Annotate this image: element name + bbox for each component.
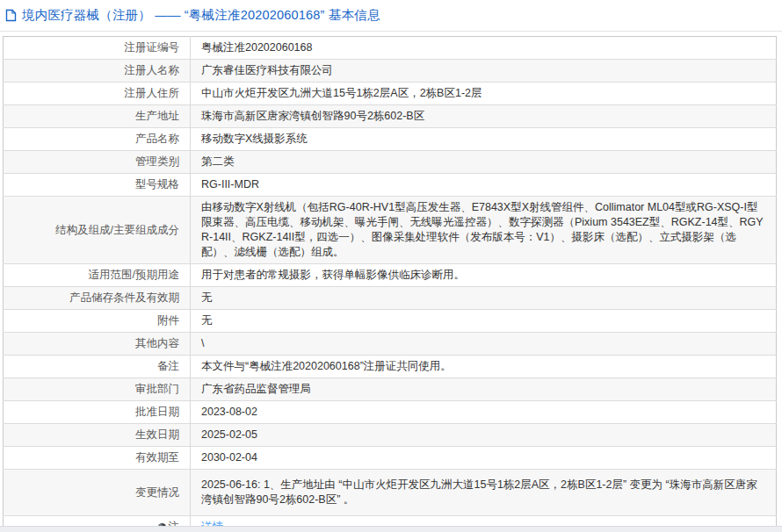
table-row: 其他内容\ xyxy=(4,333,777,356)
row-label: 批准日期 xyxy=(4,401,191,424)
row-value: 移动数字X线摄影系统 xyxy=(191,128,777,151)
info-table: 注册证编号粤械注准20202060168注册人名称广东睿佳医疗科技有限公司注册人… xyxy=(3,36,777,532)
row-label: 其他内容 xyxy=(4,333,191,356)
row-value: 无 xyxy=(191,287,777,310)
row-value: 本文件与“粤械注准20202060168”注册证共同使用。 xyxy=(191,356,777,378)
row-value: 广东省药品监督管理局 xyxy=(191,378,777,401)
table-row: 注册人名称广东睿佳医疗科技有限公司 xyxy=(4,60,777,83)
table-row: 产品储存条件及有效期无 xyxy=(4,287,777,310)
row-label: 产品储存条件及有效期 xyxy=(4,287,191,310)
table-row: 备注本文件与“粤械注准20202060168”注册证共同使用。 xyxy=(4,356,777,378)
row-label: 产品名称 xyxy=(4,128,191,151)
info-table-body: 注册证编号粤械注准20202060168注册人名称广东睿佳医疗科技有限公司注册人… xyxy=(4,37,777,532)
row-label: 审批部门 xyxy=(4,378,191,401)
row-label: 适用范围/预期用途 xyxy=(4,264,191,287)
row-label: 型号规格 xyxy=(4,174,191,197)
row-label: 有效期至 xyxy=(4,447,191,470)
row-value: 广东睿佳医疗科技有限公司 xyxy=(191,60,777,83)
page-header: 境内医疗器械（注册） —— “粤械注准20202060168” 基本信息 xyxy=(0,0,782,32)
row-label: 注册人名称 xyxy=(4,60,191,83)
row-value: 2025-06-16: 1、生产地址由 “中山市火炬开发区九洲大道15号1栋2层… xyxy=(191,470,777,516)
page-title: 境内医疗器械（注册） —— “粤械注准20202060168” 基本信息 xyxy=(22,7,380,24)
row-value: 2023-08-02 xyxy=(191,401,777,424)
table-row: 生产地址珠海市高新区唐家湾镇创智路90号2栋602-B区 xyxy=(4,105,777,128)
row-label: 结构及组成/主要组成成分 xyxy=(4,197,191,264)
row-value: 珠海市高新区唐家湾镇创智路90号2栋602-B区 xyxy=(191,105,777,128)
row-label: 备注 xyxy=(4,356,191,378)
row-value: 2030-02-04 xyxy=(191,447,777,470)
row-value: 无 xyxy=(191,310,777,333)
row-value: \ xyxy=(191,333,777,356)
footer-strip xyxy=(0,526,782,532)
row-value: RG-III-MDR xyxy=(191,174,777,197)
table-row: 适用范围/预期用途用于对患者的常规摄影，获得单幅影像供临床诊断用。 xyxy=(4,264,777,287)
info-table-wrap: 注册证编号粤械注准20202060168注册人名称广东睿佳医疗科技有限公司注册人… xyxy=(3,36,777,532)
row-value: 中山市火炬开发区九洲大道15号1栋2层A区，2栋B区1-2层 xyxy=(191,83,777,105)
table-row: 审批部门广东省药品监督管理局 xyxy=(4,378,777,401)
table-row: 有效期至2030-02-04 xyxy=(4,447,777,470)
row-label: 附件 xyxy=(4,310,191,333)
row-label: 注册人住所 xyxy=(4,83,191,105)
document-icon xyxy=(5,9,17,22)
row-label: 变更情况 xyxy=(4,470,191,516)
table-row: 管理类别第二类 xyxy=(4,151,777,174)
table-row: 附件无 xyxy=(4,310,777,333)
row-label: 生效日期 xyxy=(4,424,191,447)
table-row: 注册人住所中山市火炬开发区九洲大道15号1栋2层A区，2栋B区1-2层 xyxy=(4,83,777,105)
row-value: 2025-02-05 xyxy=(191,424,777,447)
table-row: 变更情况2025-06-16: 1、生产地址由 “中山市火炬开发区九洲大道15号… xyxy=(4,470,777,516)
row-label: 生产地址 xyxy=(4,105,191,128)
row-label: 注册证编号 xyxy=(4,37,191,60)
table-row: 生效日期2025-02-05 xyxy=(4,424,777,447)
table-row: 产品名称移动数字X线摄影系统 xyxy=(4,128,777,151)
table-row: 结构及组成/主要组成成分由移动数字X射线机（包括RG-40R-HV1型高压发生器… xyxy=(4,197,777,264)
row-label: 管理类别 xyxy=(4,151,191,174)
table-row: 注册证编号粤械注准20202060168 xyxy=(4,37,777,60)
row-value: 粤械注准20202060168 xyxy=(191,37,777,60)
table-row: 型号规格RG-III-MDR xyxy=(4,174,777,197)
row-value: 由移动数字X射线机（包括RG-40R-HV1型高压发生器、E7843X型X射线管… xyxy=(191,197,777,264)
table-row: 批准日期2023-08-02 xyxy=(4,401,777,424)
row-value: 第二类 xyxy=(191,151,777,174)
row-value: 用于对患者的常规摄影，获得单幅影像供临床诊断用。 xyxy=(191,264,777,287)
